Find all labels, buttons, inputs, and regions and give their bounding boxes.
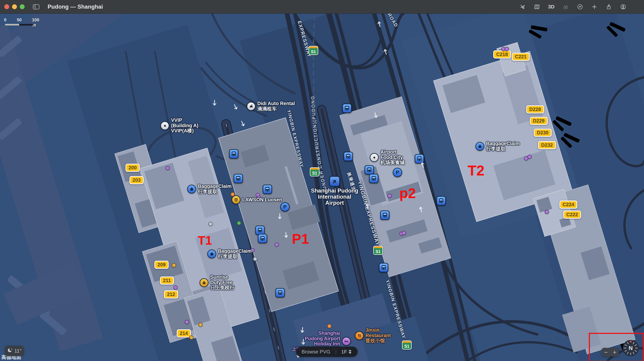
temperature-label: 11° [14,348,22,354]
location-arrow-off-icon[interactable] [518,3,528,11]
map-icon[interactable] [532,3,542,11]
compass[interactable]: N [622,340,639,357]
airport-map-canvas[interactable]: (UNDER CONSTRUCTION)(PUDONG [0,13,644,361]
browse-label: Browse PVG [302,349,330,355]
minimize-window-button[interactable] [12,4,17,9]
directions-icon[interactable] [575,3,585,11]
zoom-controls: − + [602,348,619,357]
window-controls [4,4,24,9]
add-icon[interactable] [590,3,600,11]
weather-pill: 11° [5,346,24,356]
moon-stars-icon [7,347,13,355]
scale-bar-track [5,24,34,25]
compass-north-label: N [629,345,633,351]
chevron-down-icon [348,352,352,354]
app-window: { "window": { "title": "Pudong — Shangha… [0,0,644,361]
floor-stepper[interactable] [348,350,352,354]
zoom-in-button[interactable]: + [610,348,619,357]
scale-tick-0: 0 [4,17,6,22]
zoom-out-button[interactable]: − [602,348,610,357]
scale-bar-fill [5,24,19,25]
close-window-button[interactable] [4,4,9,9]
sidebar-toggle-icon[interactable] [32,4,40,10]
lookaround-binoculars-icon [560,3,571,11]
browse-bar[interactable]: Browse PVG | 1F [296,347,358,357]
share-icon[interactable] [604,3,614,11]
chevron-up-icon [348,350,352,351]
titlebar: Pudong — Shanghai 3D [0,0,644,14]
window-title: Pudong — Shanghai [48,3,103,10]
scale-tick-50: 50 [17,17,22,22]
3d-mode-button[interactable]: 3D [546,3,556,11]
account-icon[interactable] [618,3,628,11]
zoom-window-button[interactable] [20,4,24,9]
browse-bar-separator: | [335,349,336,355]
scale-tick-100: 100 m [32,17,39,27]
toolbar-actions: 3D [518,3,628,11]
floor-selector-label[interactable]: 1F [341,349,347,355]
